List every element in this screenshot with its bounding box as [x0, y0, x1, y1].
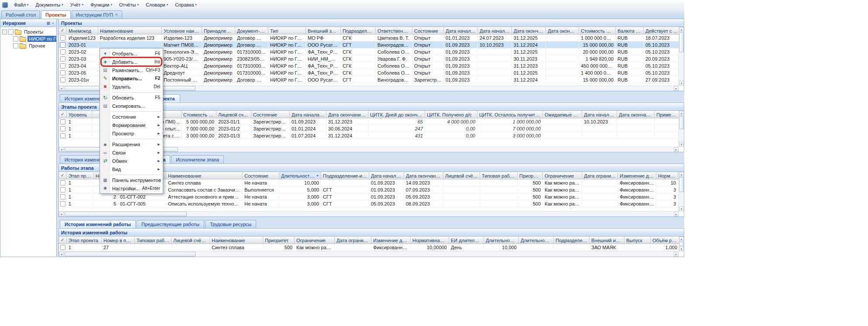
column-header[interactable]: Выпуск	[624, 237, 651, 244]
scroll-left-icon[interactable]: ◄	[59, 252, 64, 257]
column-header[interactable]: Дата начала план	[290, 111, 326, 118]
menu-item-add[interactable]: +Добавить...Ins	[100, 58, 163, 66]
scroll-right-icon[interactable]: ►	[674, 86, 679, 91]
column-header[interactable]: Нормативная длит...	[411, 237, 449, 244]
menu-item-sub-16[interactable]: Вид▶	[100, 165, 163, 173]
panel-grid-icon[interactable]: ▦	[46, 21, 50, 25]
table-row[interactable]: Изделие123Разработка изделия 123Изделие-…	[59, 34, 679, 41]
menu-item-edit[interactable]: ✎Исправить...F2	[100, 74, 163, 82]
column-header[interactable]: Длительность пла...	[484, 237, 519, 244]
menu-item-extensions[interactable]: ◆Расширения▶	[100, 140, 163, 148]
row-checkbox[interactable]	[60, 201, 65, 206]
menu-item-refresh[interactable]: ↻ОбновитьF5	[100, 93, 163, 102]
column-header[interactable]: Номер в проекте	[102, 237, 135, 244]
menu-item-filter[interactable]: ▼Отобрать...F6	[100, 49, 163, 58]
scroll-thumb[interactable]	[65, 212, 187, 216]
menubar-item-7[interactable]: Справка▾	[172, 0, 200, 10]
vertical-scrollbar[interactable]: ▲ ▼	[679, 172, 684, 211]
column-header[interactable]: Дата начала факт	[582, 111, 617, 118]
row-checkbox[interactable]	[60, 194, 65, 199]
column-header[interactable]: Этап про...	[67, 172, 94, 179]
tree-checkbox[interactable]	[13, 43, 18, 48]
scroll-thumb[interactable]	[679, 177, 684, 192]
column-header[interactable]: Действует с ...	[644, 27, 679, 34]
tree-checkbox[interactable]	[13, 36, 18, 41]
menubar-item-6[interactable]: Словари▾	[142, 0, 172, 10]
scroll-left-icon[interactable]: ◄	[59, 147, 64, 152]
main-tab-3[interactable]: Инструкции ПУП×	[72, 10, 122, 19]
row-checkbox[interactable]	[60, 35, 65, 41]
column-header[interactable]: Мнемокод	[67, 27, 98, 34]
column-header[interactable]: Состояние	[412, 27, 444, 34]
column-header[interactable]: Примечание	[655, 111, 679, 118]
row-checkbox[interactable]	[60, 180, 65, 185]
section-tab-3[interactable]: Трудовые ресурсы	[205, 220, 256, 228]
column-header[interactable]: Тип	[268, 27, 306, 34]
menubar-item-3[interactable]: Учёт▾	[67, 0, 87, 10]
scroll-left-icon[interactable]: ◄	[59, 86, 64, 91]
row-checkbox[interactable]	[60, 63, 65, 69]
scroll-left-icon[interactable]: ◄	[59, 212, 64, 216]
column-header[interactable]: Приоритет	[518, 172, 543, 179]
vertical-scrollbar[interactable]: ▲ ▼	[679, 27, 684, 86]
column-header[interactable]: Приоритет	[263, 237, 295, 244]
column-header[interactable]: Подразделение-исполнитель...	[321, 172, 369, 179]
menu-item-delete[interactable]: ✖УдалитьDel	[100, 82, 163, 91]
horizontal-scrollbar[interactable]: ◄ ►	[59, 211, 679, 216]
main-tab-2[interactable]: Проекты	[41, 10, 71, 19]
table-row[interactable]: 127Синтез сплава500Как можно ран...Фикси…	[59, 244, 679, 251]
scroll-down-icon[interactable]: ▼	[679, 142, 684, 147]
scroll-up-icon[interactable]: ▲	[679, 27, 684, 32]
scroll-thumb[interactable]	[679, 116, 684, 129]
main-tab-1[interactable]: Рабочий стол	[1, 10, 40, 19]
scroll-up-icon[interactable]: ▲	[679, 111, 684, 116]
section-tab-1[interactable]: История изменений работы	[60, 220, 136, 228]
section-tab-3[interactable]: Исполнители этапа	[171, 155, 224, 164]
table-row[interactable]: 1501-СГТ-005Описать используемую техноло…	[59, 200, 679, 207]
row-checkbox[interactable]	[60, 133, 65, 138]
row-checkbox[interactable]	[60, 42, 65, 48]
tree-checkbox[interactable]	[8, 29, 14, 34]
column-header[interactable]: Наименование	[210, 237, 263, 244]
row-checkbox[interactable]	[60, 245, 65, 250]
scroll-thumb[interactable]	[65, 252, 196, 257]
column-header[interactable]: Дата окончания ф...	[546, 27, 579, 34]
menu-item-copy[interactable]: ▤Скопировать...	[100, 102, 163, 110]
column-header[interactable]: Дата начала план...	[444, 27, 478, 34]
column-header[interactable]: Дата окончания п...	[512, 27, 546, 34]
menu-item-exchange[interactable]: ⇄Обмен▶	[100, 157, 163, 165]
column-header[interactable]: ✓	[59, 172, 67, 179]
scroll-up-icon[interactable]: ▲	[679, 237, 684, 241]
column-header[interactable]: Лицевой счёт затрат...	[216, 111, 251, 118]
column-header[interactable]: Дата окончания план	[326, 111, 368, 118]
column-header[interactable]: Принадлежность	[202, 27, 235, 34]
column-header[interactable]: Состояние	[251, 111, 290, 118]
scroll-thumb[interactable]	[679, 32, 684, 52]
menu-item-links[interactable]: ∞Связи▶	[100, 148, 163, 157]
column-header[interactable]: Наименование	[98, 27, 162, 34]
scroll-right-icon[interactable]: ►	[674, 212, 679, 216]
column-header[interactable]: Ограничение	[295, 237, 335, 244]
menu-item-toolbar[interactable]: ▦Панель инструментов	[100, 176, 163, 184]
scroll-up-icon[interactable]: ▲	[679, 172, 684, 177]
menu-item-sub-11[interactable]: Просмотр▶	[100, 129, 163, 137]
row-checkbox[interactable]	[60, 56, 65, 62]
column-header[interactable]: Внешний заказчик	[306, 27, 341, 34]
column-header[interactable]: Лицевой счёт затр...	[443, 172, 480, 179]
column-header[interactable]: Дата начала факт...	[478, 27, 512, 34]
menu-item-sub-10[interactable]: Формирование▶	[100, 121, 163, 129]
row-checkbox[interactable]	[60, 77, 65, 82]
section-tab-2[interactable]: Предшествующие работы	[137, 220, 204, 228]
menubar-item-5[interactable]: Отчёты▾	[116, 0, 142, 10]
column-header[interactable]: ✓	[59, 27, 67, 34]
column-header[interactable]: Дата окончания план	[404, 172, 443, 179]
scroll-thumb[interactable]	[679, 242, 684, 246]
column-header[interactable]: Документ-основани...	[235, 27, 268, 34]
column-header[interactable]: Лицевой счёт затр...	[172, 237, 210, 244]
tree-node-3[interactable]: Прочее	[0, 42, 56, 49]
scroll-right-icon[interactable]: ►	[674, 252, 679, 257]
column-header[interactable]: Изменение длител...	[618, 172, 656, 179]
column-header[interactable]: Нормативн...	[656, 172, 678, 179]
scroll-right-icon[interactable]: ►	[674, 147, 679, 152]
row-checkbox[interactable]	[60, 119, 65, 124]
